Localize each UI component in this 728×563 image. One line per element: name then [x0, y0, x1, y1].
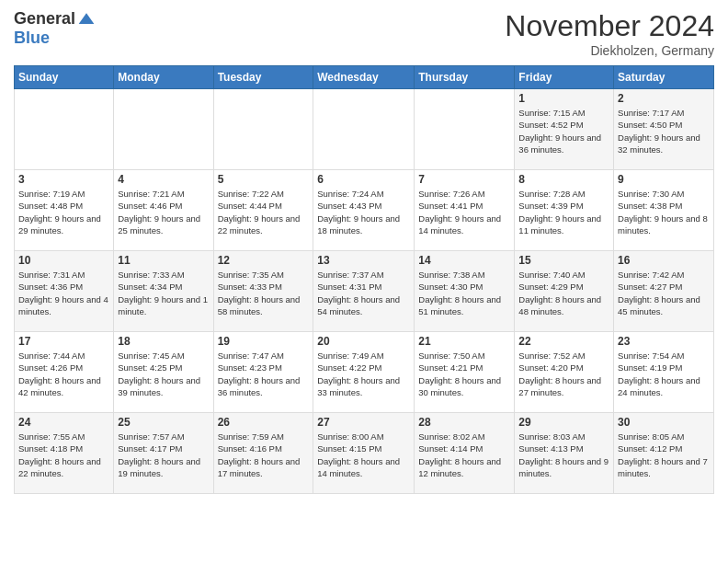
day-info: Sunrise: 7:42 AMSunset: 4:27 PMDaylight:…: [618, 270, 700, 316]
day-number: 12: [218, 254, 310, 267]
day-info: Sunrise: 7:15 AMSunset: 4:52 PMDaylight:…: [518, 108, 601, 155]
day-number: 7: [418, 173, 510, 186]
day-cell-1-2: 5 Sunrise: 7:22 AMSunset: 4:44 PMDayligh…: [213, 170, 313, 251]
header-tuesday: Tuesday: [213, 66, 313, 89]
day-number: 17: [18, 335, 109, 348]
header-saturday: Saturday: [614, 66, 714, 89]
day-number: 3: [18, 173, 109, 186]
day-number: 24: [18, 416, 109, 429]
day-cell-0-1: [114, 89, 213, 170]
week-row-4: 24 Sunrise: 7:55 AMSunset: 4:18 PMDaylig…: [15, 413, 714, 494]
day-cell-0-0: [15, 89, 114, 170]
day-cell-4-6: 30 Sunrise: 8:05 AMSunset: 4:12 PMDaylig…: [614, 413, 714, 494]
day-number: 26: [218, 416, 310, 429]
day-cell-4-3: 27 Sunrise: 8:00 AMSunset: 4:15 PMDaylig…: [313, 413, 415, 494]
day-cell-2-2: 12 Sunrise: 7:35 AMSunset: 4:33 PMDaylig…: [213, 251, 313, 332]
week-row-0: 1 Sunrise: 7:15 AMSunset: 4:52 PMDayligh…: [15, 89, 714, 170]
day-cell-0-6: 2 Sunrise: 7:17 AMSunset: 4:50 PMDayligh…: [614, 89, 714, 170]
header-monday: Monday: [114, 66, 213, 89]
header-wednesday: Wednesday: [313, 66, 415, 89]
day-cell-3-1: 18 Sunrise: 7:45 AMSunset: 4:25 PMDaylig…: [114, 332, 213, 413]
day-cell-0-4: [415, 89, 515, 170]
day-cell-1-1: 4 Sunrise: 7:21 AMSunset: 4:46 PMDayligh…: [114, 170, 213, 251]
month-title: November 2024: [505, 9, 714, 43]
day-info: Sunrise: 7:17 AMSunset: 4:50 PMDaylight:…: [618, 108, 700, 155]
day-info: Sunrise: 7:47 AMSunset: 4:23 PMDaylight:…: [218, 350, 301, 397]
day-info: Sunrise: 7:35 AMSunset: 4:33 PMDaylight:…: [218, 270, 301, 316]
day-number: 4: [118, 173, 209, 186]
day-cell-3-4: 21 Sunrise: 7:50 AMSunset: 4:21 PMDaylig…: [415, 332, 515, 413]
day-cell-2-3: 13 Sunrise: 7:37 AMSunset: 4:31 PMDaylig…: [313, 251, 415, 332]
day-cell-1-6: 9 Sunrise: 7:30 AMSunset: 4:38 PMDayligh…: [614, 170, 714, 251]
day-info: Sunrise: 7:52 AMSunset: 4:20 PMDaylight:…: [518, 350, 601, 397]
page: General Blue November 2024 Diekholzen, G…: [0, 0, 728, 563]
logo-icon: [77, 10, 96, 29]
day-info: Sunrise: 8:02 AMSunset: 4:14 PMDaylight:…: [418, 431, 501, 478]
day-cell-3-5: 22 Sunrise: 7:52 AMSunset: 4:20 PMDaylig…: [515, 332, 614, 413]
day-cell-0-2: [213, 89, 313, 170]
day-number: 18: [118, 335, 209, 348]
day-cell-4-4: 28 Sunrise: 8:02 AMSunset: 4:14 PMDaylig…: [415, 413, 515, 494]
day-info: Sunrise: 7:40 AMSunset: 4:29 PMDaylight:…: [518, 270, 601, 316]
day-info: Sunrise: 8:00 AMSunset: 4:15 PMDaylight:…: [317, 431, 400, 478]
day-number: 5: [218, 173, 310, 186]
day-number: 23: [618, 335, 710, 348]
day-cell-3-0: 17 Sunrise: 7:44 AMSunset: 4:26 PMDaylig…: [15, 332, 114, 413]
logo-blue-text: Blue: [14, 29, 50, 48]
location: Diekholzen, Germany: [505, 43, 714, 58]
day-cell-0-3: [313, 89, 415, 170]
day-number: 2: [618, 92, 710, 105]
day-cell-1-4: 7 Sunrise: 7:26 AMSunset: 4:41 PMDayligh…: [415, 170, 515, 251]
day-info: Sunrise: 7:30 AMSunset: 4:38 PMDaylight:…: [618, 189, 708, 236]
day-number: 16: [618, 254, 710, 267]
day-cell-2-1: 11 Sunrise: 7:33 AMSunset: 4:34 PMDaylig…: [114, 251, 213, 332]
day-info: Sunrise: 7:44 AMSunset: 4:26 PMDaylight:…: [18, 350, 101, 397]
title-section: November 2024 Diekholzen, Germany: [505, 9, 714, 58]
day-cell-3-3: 20 Sunrise: 7:49 AMSunset: 4:22 PMDaylig…: [313, 332, 415, 413]
day-info: Sunrise: 8:05 AMSunset: 4:12 PMDaylight:…: [618, 431, 708, 478]
logo: General Blue: [14, 9, 96, 48]
day-info: Sunrise: 7:49 AMSunset: 4:22 PMDaylight:…: [317, 350, 400, 397]
day-info: Sunrise: 7:24 AMSunset: 4:43 PMDaylight:…: [317, 189, 400, 236]
day-info: Sunrise: 7:26 AMSunset: 4:41 PMDaylight:…: [418, 189, 501, 236]
day-cell-2-6: 16 Sunrise: 7:42 AMSunset: 4:27 PMDaylig…: [614, 251, 714, 332]
day-number: 6: [317, 173, 410, 186]
day-cell-4-2: 26 Sunrise: 7:59 AMSunset: 4:16 PMDaylig…: [213, 413, 313, 494]
day-info: Sunrise: 7:57 AMSunset: 4:17 PMDaylight:…: [118, 431, 200, 478]
day-cell-3-2: 19 Sunrise: 7:47 AMSunset: 4:23 PMDaylig…: [213, 332, 313, 413]
day-number: 21: [418, 335, 510, 348]
day-cell-4-5: 29 Sunrise: 8:03 AMSunset: 4:13 PMDaylig…: [515, 413, 614, 494]
day-info: Sunrise: 7:50 AMSunset: 4:21 PMDaylight:…: [418, 350, 501, 397]
day-number: 10: [18, 254, 109, 267]
day-number: 28: [418, 416, 510, 429]
day-number: 14: [418, 254, 510, 267]
day-cell-3-6: 23 Sunrise: 7:54 AMSunset: 4:19 PMDaylig…: [614, 332, 714, 413]
day-cell-1-3: 6 Sunrise: 7:24 AMSunset: 4:43 PMDayligh…: [313, 170, 415, 251]
day-info: Sunrise: 8:03 AMSunset: 4:13 PMDaylight:…: [518, 431, 609, 478]
calendar: Sunday Monday Tuesday Wednesday Thursday…: [14, 65, 714, 494]
day-info: Sunrise: 7:37 AMSunset: 4:31 PMDaylight:…: [317, 270, 400, 316]
day-info: Sunrise: 7:55 AMSunset: 4:18 PMDaylight:…: [18, 431, 101, 478]
day-info: Sunrise: 7:19 AMSunset: 4:48 PMDaylight:…: [18, 189, 101, 236]
day-info: Sunrise: 7:21 AMSunset: 4:46 PMDaylight:…: [118, 189, 200, 236]
week-row-2: 10 Sunrise: 7:31 AMSunset: 4:36 PMDaylig…: [15, 251, 714, 332]
week-row-3: 17 Sunrise: 7:44 AMSunset: 4:26 PMDaylig…: [15, 332, 714, 413]
day-number: 25: [118, 416, 209, 429]
day-number: 11: [118, 254, 209, 267]
day-number: 8: [518, 173, 609, 186]
logo-general-text: General: [14, 9, 75, 29]
day-number: 27: [317, 416, 410, 429]
day-cell-2-4: 14 Sunrise: 7:38 AMSunset: 4:30 PMDaylig…: [415, 251, 515, 332]
day-cell-2-0: 10 Sunrise: 7:31 AMSunset: 4:36 PMDaylig…: [15, 251, 114, 332]
day-cell-1-0: 3 Sunrise: 7:19 AMSunset: 4:48 PMDayligh…: [15, 170, 114, 251]
header: General Blue November 2024 Diekholzen, G…: [14, 9, 714, 58]
day-number: 9: [618, 173, 710, 186]
day-info: Sunrise: 7:59 AMSunset: 4:16 PMDaylight:…: [218, 431, 301, 478]
day-number: 22: [518, 335, 609, 348]
header-friday: Friday: [515, 66, 614, 89]
day-info: Sunrise: 7:38 AMSunset: 4:30 PMDaylight:…: [418, 270, 501, 316]
day-cell-1-5: 8 Sunrise: 7:28 AMSunset: 4:39 PMDayligh…: [515, 170, 614, 251]
day-info: Sunrise: 7:28 AMSunset: 4:39 PMDaylight:…: [518, 189, 601, 236]
day-number: 20: [317, 335, 410, 348]
day-cell-0-5: 1 Sunrise: 7:15 AMSunset: 4:52 PMDayligh…: [515, 89, 614, 170]
